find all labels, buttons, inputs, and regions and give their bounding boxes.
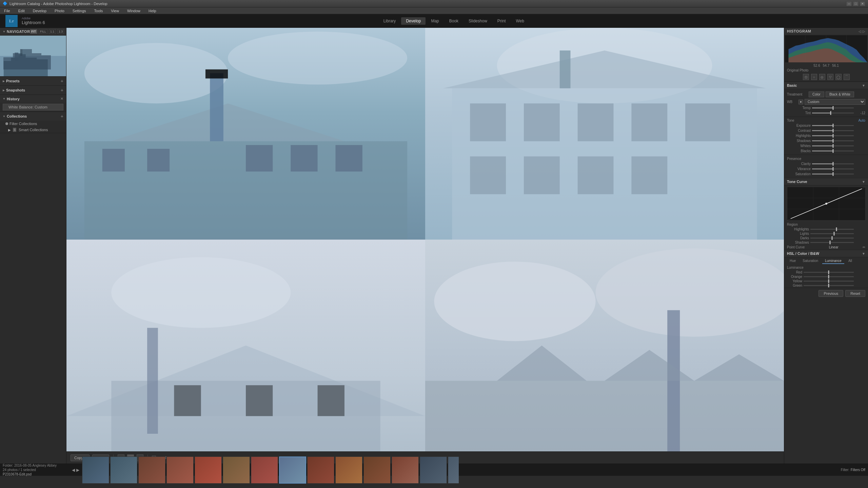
lights-region-thumb[interactable] [834, 232, 835, 236]
highlights-thumb[interactable] [832, 134, 833, 138]
tone-curve-expand[interactable]: ▼ [862, 180, 865, 184]
orange-lum-track[interactable] [804, 276, 854, 277]
shadows-thumb[interactable] [832, 139, 833, 143]
previous-button[interactable]: Previous [818, 290, 843, 297]
snapshots-header[interactable]: ▶ Snapshots + [0, 86, 66, 95]
green-lum-thumb[interactable] [828, 284, 829, 287]
treatment-color[interactable]: Color [809, 92, 824, 97]
history-header[interactable]: ▼ History ✕ [0, 95, 66, 103]
clarity-thumb[interactable] [832, 162, 833, 166]
tab-slideshow[interactable]: Slideshow [464, 17, 492, 25]
next-arrow[interactable]: ▶ [76, 468, 79, 472]
shadows-region-track[interactable] [810, 242, 854, 243]
hsl-header[interactable]: HSL / Color / B&W ▼ [784, 250, 868, 257]
hist-clipping-highlights[interactable]: ▷ [863, 29, 865, 33]
saturation-track[interactable] [812, 174, 854, 175]
hsl-tab-hue[interactable]: Hue [787, 258, 798, 264]
photo-cell-3[interactable] [66, 240, 425, 451]
saturation-thumb[interactable] [832, 172, 833, 176]
orange-lum-thumb[interactable] [828, 275, 829, 279]
thumb-10[interactable] [335, 456, 362, 484]
prev-arrow[interactable]: ◀ [72, 468, 75, 472]
1to3-button[interactable]: 1:3 [57, 29, 64, 34]
red-lum-track[interactable] [804, 272, 854, 273]
menu-window[interactable]: Window [126, 9, 142, 13]
yellow-lum-track[interactable] [804, 281, 854, 282]
treatment-bw[interactable]: Black & White [826, 92, 854, 97]
tool-gradient[interactable]: ▽ [827, 74, 833, 80]
hsl-tab-saturation[interactable]: Saturation [800, 258, 821, 264]
highlights-track[interactable] [812, 135, 854, 136]
thumb-3[interactable] [138, 456, 165, 484]
menu-help[interactable]: Help [147, 9, 158, 13]
thumb-12[interactable] [392, 456, 419, 484]
thumb-11[interactable] [363, 456, 391, 484]
history-item-wb[interactable]: White Balance: Custom [3, 104, 63, 110]
thumb-13[interactable] [420, 456, 447, 484]
photo-cell-4[interactable] [425, 240, 784, 451]
snapshots-add[interactable]: + [61, 87, 63, 93]
exposure-track[interactable] [812, 125, 854, 126]
thumb-9[interactable] [307, 456, 334, 484]
whites-thumb[interactable] [832, 144, 833, 148]
tab-print[interactable]: Print [493, 17, 511, 25]
fill-button[interactable]: FILL [39, 29, 47, 34]
menu-tools[interactable]: Tools [93, 9, 104, 13]
menu-edit[interactable]: Edit [17, 9, 26, 13]
history-close[interactable]: ✕ [60, 97, 63, 101]
reset-button[interactable]: Reset [845, 290, 865, 297]
navigator-preview[interactable] [0, 36, 66, 76]
thumb-4[interactable] [166, 456, 194, 484]
collections-add[interactable]: + [61, 114, 63, 119]
shadows-track[interactable] [812, 140, 854, 141]
filter-value[interactable]: Filters Off [851, 468, 865, 472]
thumb-5[interactable] [195, 456, 222, 484]
thumb-1[interactable] [82, 456, 109, 484]
thumb-7[interactable] [251, 456, 278, 484]
tool-redeye[interactable]: ◎ [819, 74, 825, 80]
navigator-controls[interactable]: FIT FILL 1:1 1:3 [30, 29, 64, 34]
darks-region-thumb[interactable] [832, 236, 833, 240]
whites-track[interactable] [812, 145, 854, 146]
hsl-tab-all[interactable]: All [846, 258, 855, 264]
tint-thumb[interactable] [830, 111, 831, 115]
menu-file[interactable]: File [3, 9, 12, 13]
presets-add[interactable]: + [61, 78, 63, 84]
highlights-region-track[interactable] [810, 229, 854, 230]
tab-book[interactable]: Book [445, 17, 463, 25]
menu-view[interactable]: View [110, 9, 120, 13]
green-lum-track[interactable] [804, 285, 854, 286]
clarity-track[interactable] [812, 163, 854, 164]
temp-thumb[interactable] [832, 106, 833, 110]
thumb-2[interactable] [110, 456, 137, 484]
highlights-region-thumb[interactable] [836, 227, 837, 231]
1to1-button[interactable]: 1:1 [49, 29, 56, 34]
maximize-button[interactable]: □ [853, 1, 859, 6]
basic-header[interactable]: Basic ▼ [784, 82, 868, 89]
thumb-14[interactable] [448, 456, 459, 484]
tab-library[interactable]: Library [379, 17, 401, 25]
collection-item-smart[interactable]: ▶ S Smart Collections [0, 127, 66, 133]
basic-expand[interactable]: ▼ [862, 84, 865, 87]
photo-cell-1[interactable] [66, 28, 425, 240]
yellow-lum-thumb[interactable] [828, 279, 829, 283]
tool-spot[interactable]: ○ [811, 74, 817, 80]
photo-cell-2[interactable] [425, 28, 784, 240]
tool-brush[interactable]: ⌒ [844, 74, 850, 80]
wb-select[interactable]: Custom As Shot Auto Daylight [805, 99, 865, 105]
temp-track[interactable] [812, 107, 854, 108]
tone-auto[interactable]: Auto [858, 119, 865, 122]
close-button[interactable]: ✕ [860, 1, 865, 6]
darks-region-track[interactable] [810, 238, 854, 239]
tab-develop[interactable]: Develop [401, 17, 426, 25]
collections-header[interactable]: ▼ Collections + [0, 112, 66, 121]
thumb-selected[interactable] [279, 456, 306, 484]
fit-button[interactable]: FIT [30, 29, 38, 34]
red-lum-thumb[interactable] [828, 270, 829, 274]
exposure-thumb[interactable] [832, 124, 833, 127]
contrast-thumb[interactable] [832, 129, 833, 133]
menu-photo[interactable]: Photo [53, 9, 66, 13]
thumb-6[interactable] [223, 456, 250, 484]
lights-region-track[interactable] [810, 233, 854, 234]
tool-radial[interactable]: ◯ [835, 74, 842, 80]
